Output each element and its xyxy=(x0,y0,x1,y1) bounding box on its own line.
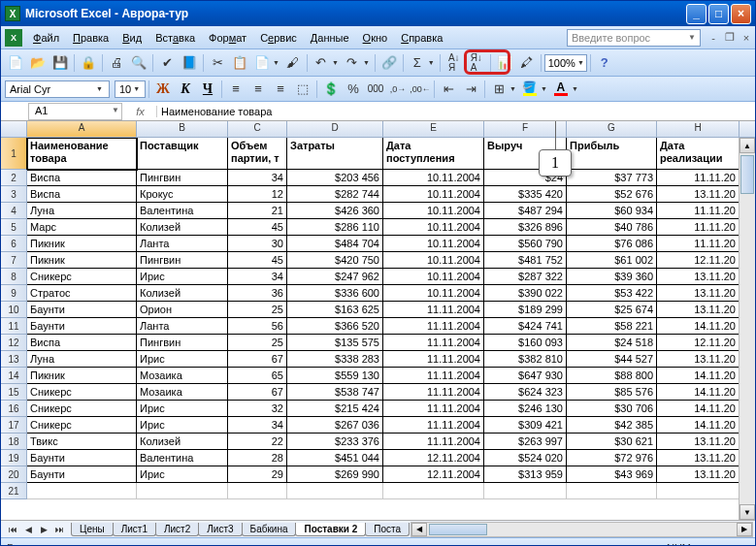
row-header[interactable]: 14 xyxy=(1,368,27,384)
autosum-button[interactable]: Σ xyxy=(407,52,428,74)
cell[interactable]: $269 990 xyxy=(287,466,383,483)
vertical-scrollbar[interactable]: ▲ ▼ xyxy=(739,138,755,520)
row-header-1[interactable]: 1 xyxy=(1,138,27,170)
cell[interactable]: 22 xyxy=(228,434,287,450)
vscroll-thumb[interactable] xyxy=(740,155,754,194)
cell[interactable]: $309 421 xyxy=(484,417,567,434)
cell[interactable]: $484 704 xyxy=(287,236,383,252)
cell[interactable]: $42 385 xyxy=(567,417,657,434)
increase-decimal-button[interactable]: ,0→ xyxy=(387,79,409,100)
underline-button[interactable]: Ч xyxy=(197,79,218,100)
font-select[interactable]: Arial Cyr▼ xyxy=(5,80,110,98)
cell[interactable]: $282 744 xyxy=(287,186,383,203)
row-header[interactable]: 18 xyxy=(1,434,27,450)
cell[interactable]: Колизей xyxy=(137,285,228,302)
menu-format[interactable]: Формат xyxy=(202,29,253,47)
research-button[interactable]: 📘 xyxy=(179,52,200,74)
cell[interactable]: $487 294 xyxy=(484,203,567,219)
cell[interactable]: 10.11.2004 xyxy=(383,203,484,219)
cell[interactable]: $451 044 xyxy=(287,450,383,466)
cell[interactable]: $88 800 xyxy=(567,368,657,384)
cell[interactable]: Мозаика xyxy=(137,368,228,384)
cell-A1[interactable]: Наименование товара xyxy=(27,138,137,170)
cell[interactable]: 32 xyxy=(228,401,287,417)
cell[interactable]: 11.11.20 xyxy=(657,236,740,252)
cell[interactable] xyxy=(383,483,484,499)
copy-button[interactable]: 📋 xyxy=(229,52,250,74)
cell[interactable]: 11.11.20 xyxy=(657,219,740,236)
cell[interactable]: 11.11.2004 xyxy=(383,368,484,384)
cell-C1[interactable]: Объем партии, т xyxy=(228,138,287,170)
align-left-button[interactable]: ≡ xyxy=(225,79,247,100)
row-header[interactable]: 13 xyxy=(1,351,27,368)
cell[interactable]: 34 xyxy=(228,417,287,434)
cell[interactable]: 13.11.20 xyxy=(657,269,740,285)
menu-edit[interactable]: Правка xyxy=(66,29,115,47)
cell[interactable]: Баунти xyxy=(27,450,137,466)
help-button[interactable]: ? xyxy=(594,52,615,74)
align-center-button[interactable]: ≡ xyxy=(247,79,269,100)
cell[interactable]: $267 036 xyxy=(287,417,383,434)
scroll-up-button[interactable]: ▲ xyxy=(740,138,755,153)
cell[interactable]: $366 520 xyxy=(287,318,383,335)
cell[interactable]: 11.11.2004 xyxy=(383,335,484,351)
cell[interactable]: Колизей xyxy=(137,434,228,450)
cell[interactable]: Марс xyxy=(27,219,137,236)
cell[interactable]: $30 706 xyxy=(567,401,657,417)
cell-E1[interactable]: Дата поступления xyxy=(383,138,484,170)
cell[interactable]: $52 676 xyxy=(567,186,657,203)
sheet-tab[interactable]: Лист2 xyxy=(155,523,199,536)
cell[interactable]: $647 930 xyxy=(484,368,567,384)
scroll-right-button[interactable]: ▶ xyxy=(737,523,752,536)
cell[interactable]: 12.11.2004 xyxy=(383,450,484,466)
cell[interactable]: 21 xyxy=(228,203,287,219)
cell[interactable]: 30 xyxy=(228,236,287,252)
col-header-H[interactable]: H xyxy=(657,121,740,137)
permissions-button[interactable]: 🔒 xyxy=(78,52,99,74)
row-header[interactable]: 11 xyxy=(1,318,27,335)
cell[interactable]: $58 221 xyxy=(567,318,657,335)
sheet-tab[interactable]: Цены xyxy=(71,523,114,536)
cell[interactable]: 36 xyxy=(228,285,287,302)
cell[interactable]: 25 xyxy=(228,335,287,351)
cell[interactable]: $135 575 xyxy=(287,335,383,351)
cell[interactable]: Пингвин xyxy=(137,335,228,351)
cell-B1[interactable]: Поставщик xyxy=(137,138,228,170)
hscroll-thumb[interactable] xyxy=(429,524,487,535)
cell[interactable]: 28 xyxy=(228,450,287,466)
sheet-tab[interactable]: Бабкина xyxy=(242,523,297,536)
cell[interactable]: Луна xyxy=(27,351,137,368)
cell[interactable]: $263 997 xyxy=(484,434,567,450)
help-question-input[interactable]: Введите вопрос▼ xyxy=(567,29,701,47)
cell[interactable]: 10.11.2004 xyxy=(383,186,484,203)
cell[interactable]: 14.11.20 xyxy=(657,401,740,417)
row-header[interactable]: 2 xyxy=(1,170,27,186)
cell[interactable]: $426 360 xyxy=(287,203,383,219)
cell[interactable]: Пикник xyxy=(27,236,137,252)
cell[interactable]: $25 674 xyxy=(567,302,657,318)
cell[interactable]: Ланта xyxy=(137,236,228,252)
cell[interactable]: 25 xyxy=(228,302,287,318)
maximize-button[interactable]: □ xyxy=(708,4,729,24)
control-menu-icon[interactable]: X xyxy=(5,29,22,47)
cell[interactable]: $215 424 xyxy=(287,401,383,417)
hyperlink-button[interactable]: 🔗 xyxy=(378,52,400,74)
cell[interactable]: $203 456 xyxy=(287,170,383,186)
sheet-tab[interactable]: Поста xyxy=(365,523,410,536)
cell[interactable]: 12.11.20 xyxy=(657,252,740,269)
redo-dropdown[interactable]: ▼ xyxy=(361,59,372,66)
undo-dropdown[interactable]: ▼ xyxy=(330,59,341,66)
zoom-input[interactable]: 100%▼ xyxy=(544,54,587,72)
cell[interactable]: Сникерс xyxy=(27,269,137,285)
cell[interactable]: $76 086 xyxy=(567,236,657,252)
cell[interactable]: Луна xyxy=(27,203,137,219)
cell[interactable]: 11.11.20 xyxy=(657,170,740,186)
italic-button[interactable]: К xyxy=(175,79,196,100)
cell[interactable]: $53 422 xyxy=(567,285,657,302)
cell[interactable]: 10.11.2004 xyxy=(383,285,484,302)
merge-center-button[interactable]: ⬚ xyxy=(292,79,313,100)
cell[interactable]: 67 xyxy=(228,351,287,368)
cell[interactable]: Баунти xyxy=(27,318,137,335)
cell[interactable]: $43 969 xyxy=(567,466,657,483)
cell[interactable]: $233 376 xyxy=(287,434,383,450)
